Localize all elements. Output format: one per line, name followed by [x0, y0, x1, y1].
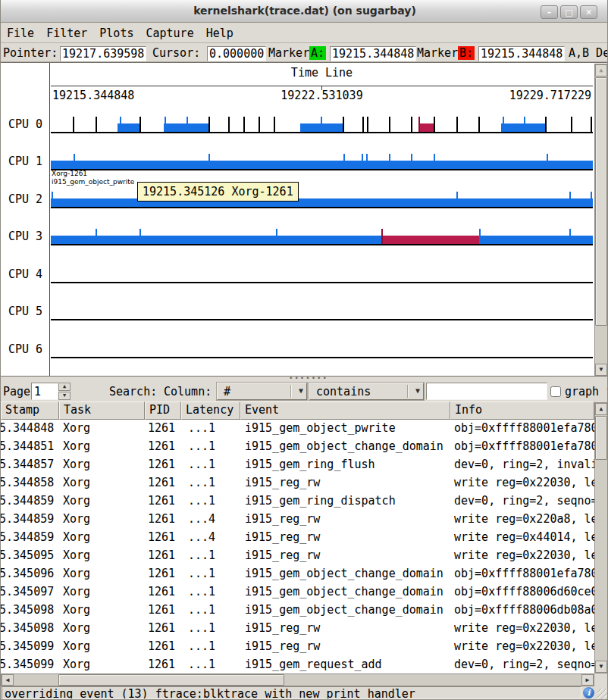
- cell-task: Xorg: [63, 621, 90, 635]
- table-row[interactable]: 5.345099Xorg1261...1i915_gem_request_add…: [1, 656, 594, 673]
- graph-vscroll-down-arrow-icon[interactable]: ▼: [595, 364, 607, 376]
- event-tick-icon: [362, 154, 363, 169]
- cpu-label: CPU 0: [8, 117, 42, 131]
- table-vscroll-up-arrow-icon[interactable]: ▲: [595, 403, 607, 415]
- table-row[interactable]: 5.345096Xorg1261...1i915_gem_object_chan…: [1, 565, 594, 583]
- close-button[interactable]: ✕: [580, 5, 597, 19]
- event-tick-icon: [545, 117, 547, 132]
- cpu-baseline: [51, 357, 593, 358]
- cell-info: obj=0xffff88001efa780: [454, 567, 594, 580]
- table-row[interactable]: 5.344859Xorg1261...4i915_reg_rwwrite reg…: [1, 529, 594, 547]
- hover-event-label: i915_gem_object_pwrite: [52, 178, 134, 186]
- cell-info: write reg=0x22030, le: [454, 548, 594, 562]
- event-bar[interactable]: [381, 236, 479, 244]
- event-tick-icon: [366, 154, 368, 169]
- sched-bar[interactable]: [51, 198, 593, 207]
- menu-item-plots[interactable]: Plots: [93, 24, 139, 42]
- maximize-button[interactable]: □: [560, 5, 578, 19]
- cell-lat: ...1: [188, 639, 215, 653]
- resize-grip-icon[interactable]: [597, 689, 608, 699]
- event-tick-icon: [569, 192, 571, 207]
- table-row[interactable]: 5.344858Xorg1261...1i915_reg_rwwrite reg…: [1, 474, 594, 492]
- timeline-graph[interactable]: Time Line 19215.344848 19222.531039 1922…: [1, 62, 608, 377]
- plot-left-border: [49, 63, 50, 377]
- column-header-stamp[interactable]: Stamp: [1, 402, 59, 420]
- cell-stamp: 5.345095: [1, 548, 54, 562]
- menu-item-file[interactable]: File: [1, 24, 40, 42]
- cell-lat: ...1: [188, 548, 215, 562]
- table-row[interactable]: 5.344859Xorg1261...1i915_gem_ring_dispat…: [1, 492, 594, 511]
- column-header-latency[interactable]: Latency: [181, 402, 240, 420]
- table-row[interactable]: 5.345098Xorg1261...1i915_gem_object_chan…: [1, 602, 594, 620]
- cell-event: i915_reg_rw: [245, 512, 320, 526]
- graph-follows-checkbox[interactable]: [550, 386, 561, 397]
- event-bar[interactable]: [418, 123, 434, 132]
- graph-vscroll-thumb[interactable]: [595, 77, 607, 326]
- cell-pid: 1261: [148, 603, 175, 617]
- column-header-info[interactable]: Info: [450, 402, 594, 420]
- titlebar[interactable]: kernelshark(trace.dat) (on sugarbay) – □…: [1, 0, 608, 23]
- cell-event: i915_gem_object_change_domain: [245, 439, 443, 453]
- sched-bar[interactable]: [51, 161, 593, 169]
- cell-event: i915_gem_object_change_domain: [245, 603, 443, 617]
- table-row[interactable]: 5.344851Xorg1261...1i915_gem_object_chan…: [1, 438, 594, 456]
- column-header-event[interactable]: Event: [240, 402, 450, 420]
- table-hscrollbar[interactable]: ◀ ▶: [1, 673, 594, 686]
- graph-follows-label: graph follows: [565, 385, 608, 398]
- page-spin-up-icon[interactable]: ▲: [58, 383, 71, 391]
- menubar: FileFilterPlotsCaptureHelp: [1, 23, 608, 43]
- page-spinbox[interactable]: [31, 383, 58, 400]
- table-vscrollbar[interactable]: ▲ ▼: [594, 402, 608, 673]
- page-spin-down-icon[interactable]: ▼: [58, 392, 71, 400]
- table-row[interactable]: 5.344857Xorg1261...1i915_gem_ring_flushd…: [1, 456, 594, 474]
- cell-stamp: 5.345096: [1, 567, 54, 580]
- search-input[interactable]: [426, 383, 547, 400]
- cell-lat: ...1: [188, 494, 215, 508]
- cell-event: i915_reg_rw: [245, 530, 320, 544]
- cursor-value: 0.000000: [207, 46, 266, 61]
- table-vscroll-thumb[interactable]: [595, 416, 607, 460]
- match-type-select[interactable]: contains ▼: [309, 383, 424, 400]
- cpu-label: CPU 2: [8, 192, 42, 206]
- cell-pid: 1261: [148, 476, 175, 489]
- event-tick-icon: [456, 192, 458, 207]
- graph-vscrollbar[interactable]: ▲ ▼: [594, 64, 608, 377]
- menu-item-capture[interactable]: Capture: [139, 24, 199, 42]
- table-row[interactable]: 5.345095Xorg1261...1i915_reg_rwwrite reg…: [1, 547, 594, 565]
- menu-item-filter[interactable]: Filter: [40, 24, 93, 42]
- kernelshark-window: kernelshark(trace.dat) (on sugarbay) – □…: [0, 0, 608, 700]
- table-row[interactable]: 5.344859Xorg1261...4i915_reg_rwwrite reg…: [1, 511, 594, 529]
- column-select[interactable]: # ▼: [217, 383, 307, 400]
- cell-lat: ...1: [188, 658, 215, 671]
- menu-item-help[interactable]: Help: [200, 24, 240, 42]
- event-bar[interactable]: [501, 123, 545, 132]
- cell-pid: 1261: [148, 530, 175, 544]
- cell-lat: ...1: [188, 621, 215, 635]
- cell-lat: ...1: [188, 439, 215, 453]
- cell-task: Xorg: [63, 567, 90, 580]
- table-row[interactable]: 5.344848Xorg1261...1i915_gem_object_pwri…: [1, 420, 594, 438]
- table-row[interactable]: 5.345097Xorg1261...1i915_gem_object_chan…: [1, 583, 594, 602]
- ab-delta-label: A,B Delta:: [569, 46, 608, 60]
- event-table[interactable]: 5.344848Xorg1261...1i915_gem_object_pwri…: [1, 420, 594, 673]
- minimize-button[interactable]: –: [541, 5, 558, 19]
- table-row[interactable]: 5.345099Xorg1261...1i915_reg_rwwrite reg…: [1, 638, 594, 656]
- cell-task: Xorg: [63, 476, 90, 489]
- table-vscroll-down-arrow-icon[interactable]: ▼: [595, 661, 607, 673]
- column-header-pid[interactable]: PID: [145, 402, 181, 420]
- table-row[interactable]: 5.345098Xorg1261...1i915_reg_rwwrite reg…: [1, 620, 594, 638]
- cell-pid: 1261: [148, 548, 175, 562]
- sched-bar[interactable]: [51, 236, 593, 244]
- event-table-header: StampTaskPIDLatencyEventInfo: [1, 402, 594, 420]
- hscroll-thumb[interactable]: [58, 674, 284, 686]
- marker-b-value: 19215.344848: [478, 46, 565, 61]
- info-icon[interactable]: i: [583, 687, 594, 698]
- cpu-label: CPU 6: [8, 342, 42, 356]
- graph-vscroll-up-arrow-icon[interactable]: ▲: [595, 64, 607, 77]
- pointer-value: 19217.639598: [60, 46, 146, 61]
- column-header-task[interactable]: Task: [59, 402, 145, 420]
- cell-info: write reg=0x22030, le: [454, 476, 594, 489]
- cell-pid: 1261: [148, 639, 175, 653]
- hscroll-right-arrow-icon[interactable]: ▶: [581, 674, 594, 686]
- hscroll-left-arrow-icon[interactable]: ◀: [2, 674, 14, 686]
